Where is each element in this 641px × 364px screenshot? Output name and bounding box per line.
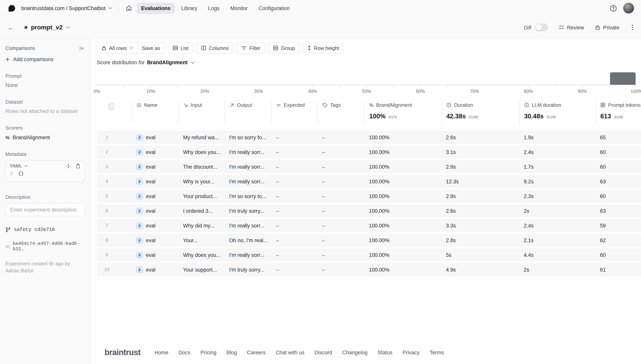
filter-button[interactable]: Filter bbox=[237, 42, 265, 54]
histogram-bar-95-100[interactable] bbox=[610, 72, 635, 85]
experiment-header-left: ← prompt_v2 bbox=[7, 23, 70, 32]
columns-button[interactable]: Columns bbox=[196, 42, 233, 54]
home-icon bbox=[126, 5, 132, 11]
footer-link-blog[interactable]: Blog bbox=[226, 350, 237, 355]
footer-link-changelog[interactable]: Changelog bbox=[342, 350, 368, 355]
score-distribution-selector[interactable]: Score distribution for BrandAlignment bbox=[97, 60, 195, 65]
list-label: List bbox=[181, 45, 188, 51]
braintrust-logo-icon[interactable] bbox=[9, 5, 15, 12]
cell-duration: 2.9s bbox=[441, 164, 519, 170]
results-table: Name Input Output bbox=[97, 100, 641, 276]
column-header-brandalignment[interactable]: % BrandAlignment 100% AVG bbox=[364, 100, 441, 124]
experiment-switcher[interactable]: prompt_v2 bbox=[25, 24, 70, 31]
lightning-bolt-icon bbox=[137, 164, 142, 169]
back-button[interactable]: ← bbox=[7, 23, 15, 32]
copy-button[interactable] bbox=[76, 164, 81, 168]
footer-link-status[interactable]: Status bbox=[378, 350, 392, 355]
row-height-button[interactable]: Row height bbox=[303, 42, 344, 54]
footer-link-careers[interactable]: Careers bbox=[247, 350, 266, 355]
home-button[interactable] bbox=[123, 3, 134, 14]
table-row[interactable]: 2 eval Why does you... I'm really sorr..… bbox=[97, 146, 641, 158]
main-content: All rows Save as List Columns bbox=[91, 39, 641, 364]
x-tick-label: 90% bbox=[578, 89, 587, 94]
cell-tags: – bbox=[317, 178, 364, 184]
scorer-item[interactable]: % BrandAlignment bbox=[6, 134, 85, 140]
table-row[interactable]: 5 eval Your product... I'm so sorry to..… bbox=[97, 190, 641, 203]
x-tick-label: 0% bbox=[94, 89, 100, 94]
cell-output: I'm truly sorry... bbox=[225, 208, 271, 214]
cell-input: Why did my... bbox=[178, 222, 225, 228]
cell-tags: – bbox=[317, 134, 364, 140]
cell-name: eval bbox=[132, 222, 178, 229]
table-row[interactable]: 9 eval Why does you... I'm really sorr..… bbox=[97, 248, 641, 262]
table-row[interactable]: 1 eval My refund wa... I'm so sorry fo..… bbox=[97, 131, 641, 144]
git-info[interactable]: safety cd2e716 bbox=[6, 227, 85, 232]
save-as-button[interactable]: Save as bbox=[138, 42, 164, 54]
tab-library[interactable]: Library bbox=[177, 2, 202, 14]
table-toolbar: All rows Save as List Columns bbox=[97, 42, 635, 54]
nav-left: braintrustdata.com / SupportChatbot Eval… bbox=[6, 2, 294, 14]
tab-configuration[interactable]: Configuration bbox=[254, 2, 294, 14]
metadata-section-label: Metadata bbox=[6, 151, 85, 157]
column-header-llm-duration[interactable]: LLM duration 30.48s SUM bbox=[519, 100, 595, 124]
select-all-checkbox[interactable] bbox=[108, 103, 114, 110]
column-header-name[interactable]: Name bbox=[132, 100, 178, 124]
table-row[interactable]: 7 eval Why did my... I'm really sorr... … bbox=[97, 219, 641, 232]
experiment-id-row[interactable]: ID ba464c74-a457-4d00-bad6-b32… bbox=[6, 241, 85, 252]
group-button[interactable]: Group bbox=[268, 42, 300, 54]
collapse-sidebar-button[interactable] bbox=[79, 46, 85, 50]
user-avatar[interactable] bbox=[623, 3, 634, 14]
cell-output: I'm really sorr... bbox=[225, 149, 271, 155]
eval-badge-icon bbox=[136, 134, 143, 140]
footer-link-home[interactable]: Home bbox=[155, 350, 168, 355]
footer-link-chat[interactable]: Chat with us bbox=[276, 350, 304, 355]
column-header-prompt-tokens[interactable]: Prompt tokens 613 SUM bbox=[595, 100, 641, 124]
breadcrumb[interactable]: braintrustdata.com / SupportChatbot bbox=[21, 5, 112, 11]
column-header-output[interactable]: Output bbox=[225, 100, 271, 124]
arrow-down-right-icon bbox=[184, 103, 188, 107]
metadata-format-select[interactable]: YAML bbox=[10, 163, 28, 169]
cell-score: 100.00% bbox=[364, 164, 441, 170]
metadata-editor[interactable]: YAML 1 bbox=[6, 160, 85, 182]
footer-link-privacy[interactable]: Privacy bbox=[403, 350, 420, 355]
table-row[interactable]: 8 eval Your... Oh no, I'm real... – bbox=[97, 234, 641, 247]
cell-input: Your... bbox=[178, 237, 225, 243]
column-header-expected[interactable]: Expected bbox=[271, 100, 317, 124]
cell-prompt-tokens: 63 bbox=[595, 208, 641, 214]
add-comparisons-button[interactable]: Add comparisons bbox=[6, 56, 54, 62]
cell-output: I'm really sorr... bbox=[225, 252, 271, 258]
table-row[interactable]: 6 eval I ordered 3... I'm truly sorry... bbox=[97, 204, 641, 218]
help-button[interactable] bbox=[610, 4, 617, 12]
more-options-button[interactable] bbox=[630, 24, 635, 30]
footer-link-terms[interactable]: Terms bbox=[430, 350, 444, 355]
table-row[interactable]: 10 eval Your support... I'm truly sorry.… bbox=[97, 263, 641, 276]
columns-icon bbox=[201, 45, 206, 51]
column-header-duration[interactable]: Duration 42.38s SUM bbox=[441, 100, 519, 124]
cell-duration: 3.3s bbox=[441, 222, 519, 228]
footer-link-pricing[interactable]: Pricing bbox=[201, 350, 217, 355]
all-rows-button[interactable]: All rows bbox=[97, 42, 138, 54]
group-label: Group bbox=[281, 45, 295, 51]
footer-link-docs[interactable]: Docs bbox=[178, 350, 190, 355]
cell-prompt-tokens: 60 bbox=[595, 252, 641, 258]
description-section-label: Description bbox=[6, 194, 85, 200]
tab-evaluations[interactable]: Evaluations bbox=[137, 2, 175, 14]
diff-toggle[interactable] bbox=[535, 24, 548, 31]
cell-prompt-tokens: 60 bbox=[595, 164, 641, 170]
footer-link-discord[interactable]: Discord bbox=[315, 350, 332, 355]
review-button[interactable]: Review bbox=[559, 24, 584, 30]
list-view-button[interactable]: List bbox=[168, 42, 193, 54]
column-header-tags[interactable]: Tags bbox=[317, 100, 364, 124]
private-button[interactable]: Private bbox=[595, 24, 619, 30]
table-row[interactable]: 4 eval Why is your... I'm really sorr... bbox=[97, 175, 641, 188]
cell-output: I'm truly sorry... bbox=[225, 267, 271, 272]
table-row[interactable]: 3 eval The discount... I'm really sorr..… bbox=[97, 160, 641, 173]
column-header-input[interactable]: Input bbox=[178, 100, 225, 124]
cell-prompt-tokens: 60 bbox=[595, 193, 641, 199]
experiment-header: ← prompt_v2 Diff Review bbox=[0, 16, 641, 39]
tab-logs[interactable]: Logs bbox=[203, 2, 224, 14]
format-code-button[interactable] bbox=[66, 164, 71, 168]
tab-monitor[interactable]: Monitor bbox=[226, 2, 252, 14]
description-input[interactable] bbox=[6, 203, 85, 216]
experiment-title: prompt_v2 bbox=[31, 24, 63, 31]
